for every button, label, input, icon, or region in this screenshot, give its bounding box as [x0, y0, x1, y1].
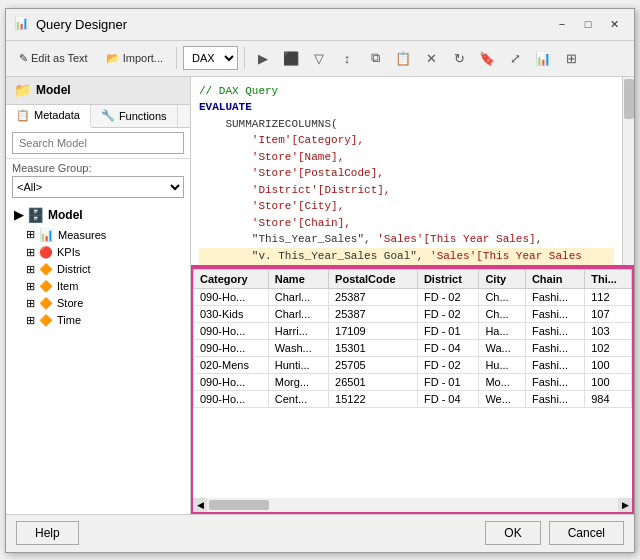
- expand-measures-icon: ⊞: [26, 228, 35, 241]
- toolbar: ✎ Edit as Text 📂 Import... DAX MDX ▶ ⬛ ▽…: [6, 41, 634, 77]
- measure-group-select[interactable]: <All>: [12, 176, 184, 198]
- expand-time-icon: ⊞: [26, 314, 35, 327]
- table-cell: 100: [585, 356, 632, 373]
- table-row: 090-Ho...Morg...26501FD - 01Mo...Fashi..…: [194, 373, 632, 390]
- table-cell: Charl...: [268, 288, 328, 305]
- search-input[interactable]: [12, 132, 184, 154]
- ok-button[interactable]: OK: [485, 521, 540, 545]
- model-header: 📁 Model: [6, 77, 190, 105]
- bookmark-button[interactable]: 🔖: [475, 46, 499, 70]
- table-cell: 26501: [329, 373, 418, 390]
- chart-button[interactable]: 📊: [531, 46, 555, 70]
- store-label: Store: [57, 297, 83, 309]
- table-cell: 090-Ho...: [194, 322, 269, 339]
- tree-root-model[interactable]: ▶ 🗄️ Model: [6, 204, 190, 226]
- copy-button[interactable]: ⧉: [363, 46, 387, 70]
- table-cell: Fashi...: [525, 390, 584, 407]
- table-row: 090-Ho...Charl...25387FD - 02Ch...Fashi.…: [194, 288, 632, 305]
- close-button[interactable]: ✕: [602, 14, 626, 34]
- scroll-right-button[interactable]: ▶: [618, 498, 632, 512]
- store-table-icon: 🔶: [39, 297, 53, 310]
- model-expand-icon: ▶: [14, 208, 23, 222]
- table-cell: FD - 02: [417, 305, 479, 322]
- table-cell: FD - 04: [417, 390, 479, 407]
- model-folder-icon: 📁: [14, 82, 31, 98]
- title-bar: 📊 Query Designer − □ ✕: [6, 9, 634, 41]
- expand-kpis-icon: ⊞: [26, 246, 35, 259]
- time-table-icon: 🔶: [39, 314, 53, 327]
- col-header-chain: Chain: [525, 269, 584, 288]
- table-cell: Fashi...: [525, 339, 584, 356]
- query-type-select[interactable]: DAX MDX: [183, 46, 238, 70]
- tab-metadata[interactable]: 📋 Metadata: [6, 105, 91, 128]
- scroll-left-button[interactable]: ◀: [193, 498, 207, 512]
- table-cell: FD - 01: [417, 322, 479, 339]
- table-cell: 107: [585, 305, 632, 322]
- table-cell: 090-Ho...: [194, 288, 269, 305]
- col-header-district: District: [417, 269, 479, 288]
- table-cell: Fashi...: [525, 373, 584, 390]
- table-cell: Hu...: [479, 356, 526, 373]
- table-cell: We...: [479, 390, 526, 407]
- expand-button[interactable]: ⤢: [503, 46, 527, 70]
- table-cell: 15122: [329, 390, 418, 407]
- district-label: District: [57, 263, 91, 275]
- functions-icon: 🔧: [101, 109, 115, 122]
- table-cell: 17109: [329, 322, 418, 339]
- table-row: 090-Ho...Harri...17109FD - 01Ha...Fashi.…: [194, 322, 632, 339]
- kpis-icon: 🔴: [39, 246, 53, 259]
- sort-button[interactable]: ↕: [335, 46, 359, 70]
- delete-button[interactable]: ✕: [419, 46, 443, 70]
- horizontal-scrollbar[interactable]: ◀ ▶: [193, 498, 632, 512]
- district-table-icon: 🔶: [39, 263, 53, 276]
- grid-button[interactable]: ⊞: [559, 46, 583, 70]
- table-row: 090-Ho...Wash...15301FD - 04Wa...Fashi..…: [194, 339, 632, 356]
- help-button[interactable]: Help: [16, 521, 79, 545]
- functions-tab-label: Functions: [119, 110, 167, 122]
- title-buttons: − □ ✕: [550, 14, 626, 34]
- tabs-row: 📋 Metadata 🔧 Functions: [6, 105, 190, 128]
- scroll-thumb-h: [209, 500, 269, 510]
- results-table-wrapper[interactable]: Category Name PostalCode District City C…: [193, 269, 632, 498]
- tree-view: ▶ 🗄️ Model ⊞ 📊 Measures ⊞ 🔴 KPIs ⊞ 🔶: [6, 202, 190, 514]
- tree-item-measures[interactable]: ⊞ 📊 Measures: [6, 226, 190, 244]
- maximize-button[interactable]: □: [576, 14, 600, 34]
- cancel-query-button[interactable]: ⬛: [279, 46, 303, 70]
- table-cell: Fashi...: [525, 305, 584, 322]
- table-cell: Charl...: [268, 305, 328, 322]
- tree-item-district[interactable]: ⊞ 🔶 District: [6, 261, 190, 278]
- table-cell: FD - 02: [417, 288, 479, 305]
- dax-query-area[interactable]: // DAX Query EVALUATE SUMMARIZECOLUMNS( …: [191, 77, 634, 267]
- table-row: 030-KidsCharl...25387FD - 02Ch...Fashi..…: [194, 305, 632, 322]
- table-cell: 100: [585, 373, 632, 390]
- filter-button[interactable]: ▽: [307, 46, 331, 70]
- toolbar-separator-2: [244, 47, 245, 69]
- metadata-icon: 📋: [16, 109, 30, 122]
- import-button[interactable]: 📂 Import...: [99, 45, 170, 71]
- table-cell: 090-Ho...: [194, 373, 269, 390]
- table-header-row: Category Name PostalCode District City C…: [194, 269, 632, 288]
- tree-item-store[interactable]: ⊞ 🔶 Store: [6, 295, 190, 312]
- dax-vertical-scrollbar[interactable]: [622, 77, 634, 265]
- edit-as-text-button[interactable]: ✎ Edit as Text: [12, 45, 95, 71]
- cancel-button[interactable]: Cancel: [549, 521, 624, 545]
- minimize-button[interactable]: −: [550, 14, 574, 34]
- table-cell: Wa...: [479, 339, 526, 356]
- table-cell: Ch...: [479, 288, 526, 305]
- table-cell: FD - 01: [417, 373, 479, 390]
- table-cell: 030-Kids: [194, 305, 269, 322]
- tree-item-time[interactable]: ⊞ 🔶 Time: [6, 312, 190, 329]
- tree-item-item[interactable]: ⊞ 🔶 Item: [6, 278, 190, 295]
- scroll-track-h: [207, 498, 618, 512]
- kpis-label: KPIs: [57, 246, 80, 258]
- tab-functions[interactable]: 🔧 Functions: [91, 105, 178, 127]
- time-label: Time: [57, 314, 81, 326]
- tree-item-kpis[interactable]: ⊞ 🔴 KPIs: [6, 244, 190, 261]
- paste-button[interactable]: 📋: [391, 46, 415, 70]
- toolbar-separator-1: [176, 47, 177, 69]
- run-query-button[interactable]: ▶: [251, 46, 275, 70]
- import-icon: 📂: [106, 52, 120, 65]
- table-cell: Ch...: [479, 305, 526, 322]
- refresh-button[interactable]: ↻: [447, 46, 471, 70]
- table-cell: FD - 04: [417, 339, 479, 356]
